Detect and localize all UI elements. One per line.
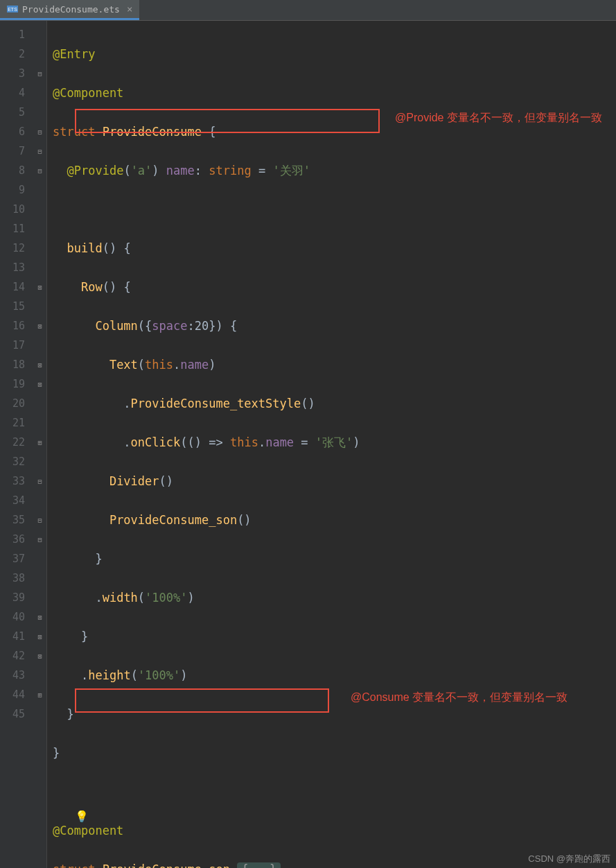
code-line: Column({space:20}) {	[53, 316, 616, 336]
code-line: .ProvideConsume_textStyle()	[53, 394, 616, 413]
annotation-highlight-box	[75, 109, 380, 133]
fold-toggle-icon[interactable]	[33, 64, 46, 83]
code-line: @Component	[53, 83, 616, 103]
code-text-area[interactable]: @Entry @Component struct ProvideConsume …	[47, 21, 616, 868]
ets-file-icon: ETS	[7, 4, 18, 14]
code-line: .onClick(() => this.name = '张飞')	[53, 433, 616, 452]
fold-toggle-icon[interactable]	[33, 510, 46, 530]
line-number-gutter: 1234567891011121314151617181920212232333…	[0, 21, 33, 868]
code-line: @Entry	[53, 44, 616, 64]
fold-end-icon	[33, 646, 46, 666]
annotation-text: @Consume 变量名不一致，但变量别名一致	[351, 689, 600, 706]
annotation-text: @Provide 变量名不一致，但变量别名一致	[395, 110, 603, 126]
code-line: ProvideConsume_son()	[53, 510, 616, 530]
svg-text:ETS: ETS	[8, 7, 17, 12]
fold-toggle-icon[interactable]	[33, 530, 46, 549]
fold-expand-icon[interactable]	[33, 433, 46, 452]
fold-end-icon	[33, 316, 46, 336]
code-editor[interactable]: 1234567891011121314151617181920212232333…	[0, 21, 616, 868]
folded-code-region[interactable]: {...}	[237, 862, 281, 868]
code-line: build() {	[53, 238, 616, 258]
code-line: Divider()	[53, 471, 616, 491]
code-line: Text(this.name)	[53, 355, 616, 374]
tab-bar: ETS ProvideConsume.ets ×	[0, 0, 616, 21]
fold-end-icon	[33, 277, 46, 297]
close-tab-icon[interactable]: ×	[127, 3, 132, 15]
code-line: Row() {	[53, 277, 616, 297]
fold-toggle-icon[interactable]	[33, 471, 46, 491]
code-line: }	[53, 743, 616, 763]
fold-toggle-icon[interactable]	[33, 122, 46, 141]
fold-end-icon	[33, 627, 46, 646]
code-line	[53, 200, 616, 219]
watermark-text: CSDN @奔跑的露西	[528, 853, 610, 865]
fold-expand-icon[interactable]	[33, 685, 46, 704]
intention-bulb-icon[interactable]: 💡	[75, 807, 89, 826]
fold-toggle-icon[interactable]	[33, 161, 46, 180]
fold-end-icon	[33, 374, 46, 394]
editor-tab[interactable]: ETS ProvideConsume.ets ×	[0, 0, 139, 20]
annotation-highlight-box	[75, 688, 329, 713]
fold-end-icon	[33, 607, 46, 627]
code-line: .height('100%')	[53, 666, 616, 685]
code-line: .width('100%')	[53, 588, 616, 607]
fold-end-icon	[33, 355, 46, 374]
code-line	[53, 782, 616, 801]
code-line: }	[53, 627, 616, 646]
tab-filename: ProvideConsume.ets	[22, 4, 120, 15]
code-line: }	[53, 549, 616, 568]
fold-toggle-icon[interactable]	[33, 141, 46, 161]
fold-gutter	[33, 21, 47, 868]
code-line: @Component	[53, 821, 616, 840]
code-line: @Provide('a') name: string = '关羽'	[53, 161, 616, 180]
